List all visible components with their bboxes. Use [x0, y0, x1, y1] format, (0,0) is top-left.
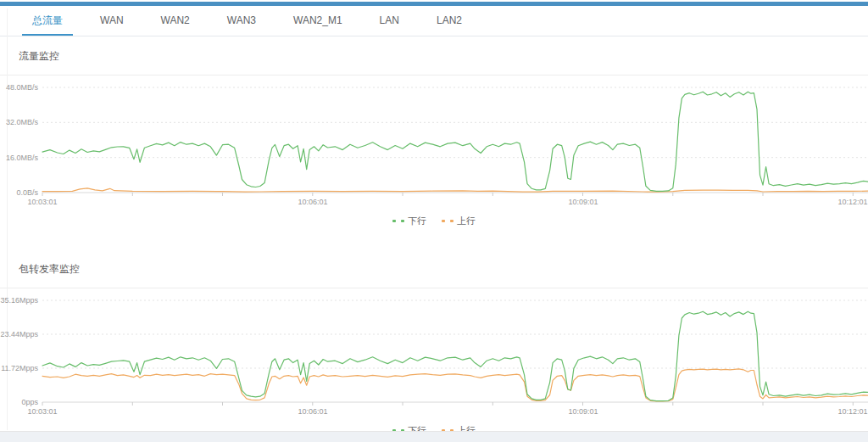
- downlink-line: [42, 92, 868, 191]
- tab-lan[interactable]: LAN: [361, 6, 418, 36]
- tab-wan2[interactable]: WAN2: [142, 6, 209, 36]
- pps-section: 包转发率监控 35.16Mpps23.44Mpps11.72Mpps0pps10…: [0, 249, 868, 437]
- downlink-line: [42, 311, 868, 400]
- y-axis-label: 16.0MB/s: [0, 154, 38, 162]
- y-axis-label: 0pps: [0, 398, 38, 406]
- interface-tabs: 总流量WANWAN2WAN3WAN2_M1LANLAN2: [0, 6, 868, 36]
- chart-canvas: [0, 82, 868, 197]
- traffic-chart: 48.0MB/s32.0MB/s16.0MB/s0.0B/s10:03:0110…: [0, 82, 868, 210]
- pps-section-title: 包转发率监控: [0, 249, 868, 288]
- uplink-legend-marker: [442, 220, 445, 222]
- traffic-chart-legend: 下行上行: [0, 214, 868, 227]
- legend-item-downlink[interactable]: 下行: [392, 215, 426, 227]
- x-axis-label: 10:09:01: [554, 407, 613, 416]
- y-axis-label: 11.72Mpps: [0, 364, 38, 372]
- x-axis-label: 10:03:01: [13, 407, 72, 416]
- y-axis-label: 48.0MB/s: [0, 83, 38, 92]
- x-axis-label: 10:03:01: [13, 198, 72, 206]
- y-axis-label: 32.0MB/s: [0, 118, 38, 126]
- page-background-strip: [0, 431, 868, 442]
- tab-wan3[interactable]: WAN3: [209, 6, 275, 36]
- legend-label: 下行: [408, 215, 426, 227]
- uplink-legend-marker: [450, 220, 453, 222]
- x-axis-label: 10:06:01: [283, 198, 342, 206]
- uplink-line: [42, 369, 868, 401]
- x-axis-label: 10:12:01: [823, 407, 868, 416]
- uplink-line: [42, 188, 868, 192]
- downlink-legend-marker: [392, 220, 396, 222]
- x-axis-label: 10:09:01: [554, 198, 613, 206]
- y-axis-label: 0.0B/s: [0, 188, 38, 197]
- chart-canvas: [0, 295, 868, 406]
- x-axis-label: 10:06:01: [283, 407, 342, 416]
- legend-label: 上行: [457, 215, 476, 227]
- y-axis-label: 23.44Mpps: [0, 330, 38, 338]
- tab-wan2_m1[interactable]: WAN2_M1: [275, 6, 361, 36]
- legend-item-uplink[interactable]: 上行: [442, 215, 476, 227]
- pps-chart: 35.16Mpps23.44Mpps11.72Mpps0pps10:03:011…: [0, 295, 868, 419]
- downlink-legend-marker: [401, 220, 404, 222]
- traffic-section: 流量监控 48.0MB/s32.0MB/s16.0MB/s0.0B/s10:03…: [0, 36, 868, 227]
- tab-lan2[interactable]: LAN2: [418, 6, 481, 36]
- tab-总流量[interactable]: 总流量: [14, 6, 81, 36]
- tab-wan[interactable]: WAN: [81, 6, 142, 36]
- traffic-section-title: 流量监控: [0, 36, 868, 76]
- y-axis-label: 35.16Mpps: [0, 296, 38, 305]
- x-axis-label: 10:12:01: [823, 198, 868, 206]
